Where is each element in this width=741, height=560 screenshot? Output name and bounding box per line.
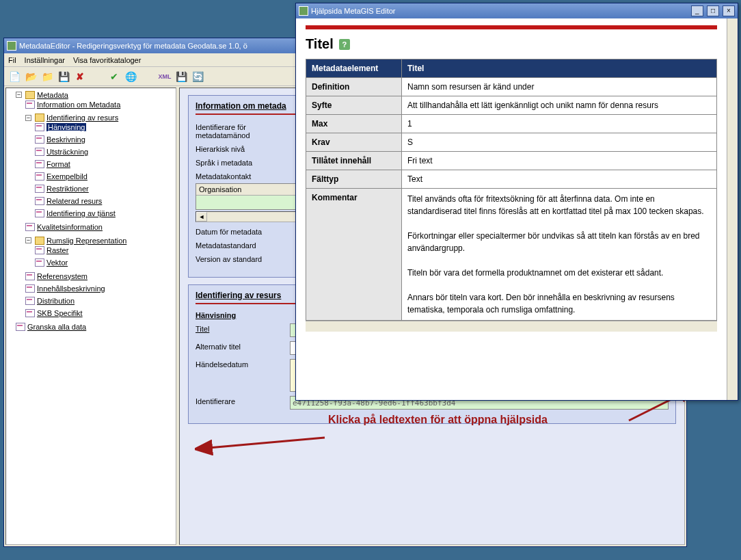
leaf-icon — [35, 172, 44, 181]
tree-utstrackning[interactable]: Utsträckning — [46, 148, 88, 156]
tree-refsys[interactable]: Referensystem — [37, 272, 87, 280]
help-row-value: Att tillhandahålla ett lätt igenkännligt… — [402, 96, 717, 115]
help-v-scrollbar[interactable] — [727, 18, 738, 400]
new-icon[interactable]: 📄 — [8, 70, 21, 83]
main-title: MetadataEditor - Redigeringsverktyg för … — [19, 42, 247, 50]
leaf-icon — [35, 135, 44, 144]
label-metadatakontakt[interactable]: Metadatakontakt — [196, 171, 284, 181]
refresh-icon[interactable]: 🔄 — [191, 70, 204, 83]
label-version[interactable]: Version av standard — [196, 254, 284, 263]
app-icon — [7, 41, 16, 51]
help-window: Hjälpsida MetaGIS Editor _ □ × Titel ? M… — [295, 3, 738, 401]
label-handelsedatum[interactable]: Händelsedatum — [196, 359, 284, 369]
help-titlebar[interactable]: Hjälpsida MetaGIS Editor _ □ × — [296, 3, 738, 18]
delete-icon[interactable]: ✘ — [74, 70, 86, 83]
expander-icon[interactable]: − — [25, 237, 31, 243]
leaf-icon — [16, 323, 25, 331]
help-content: Titel ? Metadataelement Titel Definition… — [296, 18, 727, 400]
annotation-text: Klicka på ledtexten för att öppna hjälps… — [328, 414, 548, 426]
save-icon[interactable]: 💾 — [57, 70, 70, 83]
tree-ident[interactable]: Identifiering av resurs — [46, 114, 118, 122]
tree-panel: −Metadata Information om Metadata −Ident… — [5, 88, 176, 545]
app-icon — [299, 6, 308, 16]
help-row-value: S — [402, 133, 717, 152]
disk2-icon[interactable]: 💾 — [175, 70, 187, 83]
help-title: Titel — [306, 36, 334, 52]
leaf-icon — [35, 258, 44, 267]
leaf-icon — [35, 185, 44, 193]
tree-granska[interactable]: Granska alla data — [27, 323, 86, 331]
help-row-value: Text — [402, 170, 717, 189]
help-icon[interactable]: ? — [339, 39, 350, 50]
tree-dist[interactable]: Distribution — [37, 297, 75, 305]
close-button[interactable]: × — [723, 5, 735, 16]
label-hierarkisk[interactable]: Hierarkisk nivå — [196, 144, 284, 153]
tree-format[interactable]: Format — [46, 160, 70, 168]
help-row-label: Syfte — [306, 96, 402, 115]
minimize-button[interactable]: _ — [691, 5, 703, 16]
menu-installningar[interactable]: Inställningar — [25, 56, 65, 64]
help-row-value: Fri text — [402, 152, 717, 170]
tree-raster[interactable]: Raster — [46, 246, 68, 254]
open-icon[interactable]: 📂 — [25, 70, 37, 83]
expander-icon[interactable]: − — [25, 115, 31, 121]
tree-ident-tjanst[interactable]: Identifiering av tjänst — [46, 209, 116, 217]
help-row-label: Kommentar — [306, 189, 402, 321]
leaf-icon — [35, 123, 44, 131]
tree-restriktioner[interactable]: Restriktioner — [46, 185, 89, 193]
folder-icon — [35, 237, 44, 245]
help-table: Metadataelement Titel DefinitionNamn som… — [306, 59, 717, 321]
tree-exempelbild[interactable]: Exempelbild — [46, 172, 87, 181]
leaf-icon — [35, 197, 44, 205]
tree-info[interactable]: Information om Metadata — [37, 101, 120, 109]
expander-icon[interactable]: − — [16, 92, 22, 98]
tree-rumslig[interactable]: Rumslig Representation — [46, 237, 126, 245]
help-hdr-titel: Titel — [402, 59, 717, 78]
tree-vektor[interactable]: Vektor — [46, 258, 68, 267]
leaf-icon — [35, 209, 44, 217]
help-window-title: Hjälpsida MetaGIS Editor — [311, 7, 396, 15]
help-row-label: Max — [306, 115, 402, 133]
help-hdr-element: Metadataelement — [306, 59, 402, 78]
label-alt-titel[interactable]: Alternativ titel — [196, 341, 284, 351]
tree-skb[interactable]: SKB Specifikt — [37, 309, 83, 317]
globe-icon[interactable]: 🌐 — [124, 70, 137, 83]
tree-relaterad[interactable]: Relaterad resurs — [46, 197, 102, 205]
menu-fil[interactable]: Fil — [8, 56, 16, 64]
label-identifierare2[interactable]: Identifierare — [196, 396, 284, 405]
folder-icon — [25, 91, 35, 99]
label-titel[interactable]: Titel — [196, 323, 284, 333]
leaf-icon — [25, 101, 35, 109]
maximize-button[interactable]: □ — [707, 5, 719, 16]
label-sprak[interactable]: Språk i metadata — [196, 157, 284, 167]
label-identifierare[interactable]: Identifierare för metadatamänod — [196, 122, 284, 139]
help-comment-p: Annars bör titeln vara kort. Den bör inn… — [407, 291, 711, 316]
xml-icon[interactable]: XML — [159, 70, 171, 83]
tree-root[interactable]: Metadata — [37, 91, 68, 99]
help-row-value: Namn som resursen är känd under — [402, 78, 717, 96]
open2-icon[interactable]: 📁 — [41, 70, 53, 83]
help-row-label: Tillåtet innehåll — [306, 152, 402, 170]
leaf-icon — [25, 272, 35, 280]
leaf-icon — [35, 246, 44, 254]
help-row-label: Fälttyp — [306, 170, 402, 189]
leaf-icon — [35, 160, 44, 168]
tree-beskrivning[interactable]: Beskrivning — [46, 135, 85, 144]
tree-innehall[interactable]: Innehållsbeskrivning — [37, 284, 105, 293]
help-row-value: Titel används ofta för fritextsökning fö… — [402, 189, 717, 321]
label-standard[interactable]: Metadatastandard — [196, 240, 284, 250]
leaf-icon — [25, 309, 35, 317]
help-row-label: Definition — [306, 78, 402, 96]
tree-kvalitet[interactable]: Kvalitetsinformation — [37, 223, 103, 231]
leaf-icon — [25, 297, 35, 305]
help-row-label: Krav — [306, 133, 402, 152]
check-icon[interactable]: ✔ — [108, 70, 120, 83]
help-row-value: 1 — [402, 115, 717, 133]
label-datum[interactable]: Datum för metadata — [196, 226, 284, 236]
help-comment-p: Titeln bör vara det formella produktnamn… — [407, 267, 711, 279]
help-h-scrollbar[interactable] — [306, 321, 717, 332]
menu-favorit[interactable]: Visa favoritkataloger — [73, 56, 141, 64]
leaf-icon — [35, 148, 44, 156]
help-comment-p: Titel används ofta för fritextsökning fö… — [407, 193, 711, 217]
tree-hanvisning[interactable]: Hänvisning — [46, 123, 86, 131]
